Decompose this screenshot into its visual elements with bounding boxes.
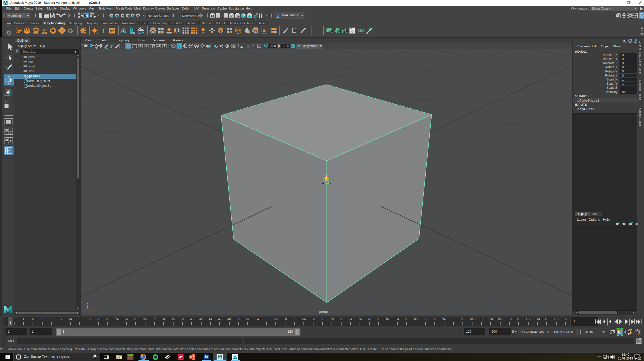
- svg-text:90: 90: [424, 317, 427, 321]
- svg-text:112: 112: [526, 317, 530, 321]
- svg-text:y: y: [87, 301, 88, 304]
- svg-text:64: 64: [302, 317, 306, 321]
- svg-text:34: 34: [162, 317, 166, 321]
- svg-text:24: 24: [115, 317, 119, 321]
- svg-text:0,0,0: 0,0,0: [137, 31, 144, 34]
- svg-text:x: x: [91, 309, 93, 312]
- svg-text:12: 12: [59, 317, 63, 321]
- svg-text:6: 6: [32, 317, 34, 321]
- svg-text:36: 36: [171, 317, 175, 321]
- svg-text:0.00: 0.00: [270, 44, 276, 48]
- svg-text:sRGB gamma: sRGB gamma: [298, 44, 317, 48]
- svg-text:50: 50: [237, 317, 240, 321]
- svg-text:58: 58: [274, 317, 278, 321]
- svg-text:100: 100: [469, 317, 474, 321]
- svg-text:92: 92: [433, 317, 436, 321]
- svg-text:32: 32: [152, 317, 156, 321]
- svg-text:62: 62: [293, 317, 296, 321]
- svg-text:42: 42: [199, 317, 203, 321]
- svg-text:102: 102: [479, 317, 484, 321]
- svg-text:66: 66: [311, 317, 315, 321]
- svg-text:108: 108: [507, 317, 512, 321]
- svg-text:30: 30: [143, 317, 147, 321]
- svg-text:T: T: [102, 27, 106, 35]
- svg-text:60: 60: [283, 317, 287, 321]
- svg-text:84: 84: [396, 317, 399, 321]
- svg-text:26: 26: [124, 317, 128, 321]
- svg-text:86: 86: [405, 317, 408, 321]
- svg-text:z: z: [82, 309, 84, 312]
- svg-text:16: 16: [78, 317, 81, 321]
- svg-text:P: P: [190, 355, 192, 359]
- svg-text:14: 14: [69, 317, 72, 321]
- svg-text:46: 46: [218, 317, 222, 321]
- svg-text:{;}: {;}: [637, 340, 639, 343]
- svg-text:44: 44: [209, 317, 212, 321]
- svg-text:4: 4: [23, 317, 25, 321]
- svg-text:72: 72: [340, 317, 343, 321]
- svg-text:98: 98: [461, 317, 464, 321]
- svg-text:svg: svg: [110, 29, 114, 32]
- svg-text:IPR: IPR: [230, 15, 233, 18]
- svg-text:80: 80: [377, 317, 380, 321]
- svg-text:persp: persp: [319, 310, 328, 314]
- svg-text:78: 78: [368, 317, 371, 321]
- svg-text:1: 1: [639, 357, 640, 360]
- svg-text:22: 22: [106, 317, 109, 321]
- svg-text:40: 40: [190, 317, 194, 321]
- svg-text:106: 106: [498, 317, 503, 321]
- svg-text:T: T: [164, 45, 166, 48]
- svg-text:28: 28: [134, 317, 137, 321]
- svg-text:8: 8: [42, 317, 43, 321]
- svg-text:1.00: 1.00: [283, 44, 289, 48]
- svg-text:20: 20: [97, 317, 100, 321]
- svg-text:68: 68: [321, 317, 324, 321]
- svg-text:2: 2: [14, 317, 15, 321]
- svg-text:56: 56: [265, 317, 268, 321]
- svg-text:114: 114: [535, 317, 540, 321]
- svg-text:38: 38: [181, 317, 184, 321]
- svg-text:18: 18: [87, 317, 91, 321]
- svg-text:54: 54: [255, 317, 259, 321]
- svg-text:88: 88: [414, 317, 418, 321]
- svg-text:70: 70: [330, 317, 334, 321]
- svg-text:116: 116: [544, 317, 549, 321]
- svg-text:10: 10: [50, 317, 53, 321]
- svg-text:120: 120: [563, 317, 568, 321]
- svg-text:76: 76: [358, 317, 362, 321]
- svg-text:74: 74: [349, 317, 352, 321]
- svg-text:48: 48: [227, 317, 231, 321]
- svg-text:94: 94: [442, 317, 446, 321]
- svg-text:104: 104: [488, 317, 493, 321]
- svg-text:110: 110: [516, 317, 521, 321]
- svg-text:118: 118: [554, 317, 558, 321]
- svg-text:82: 82: [386, 317, 390, 321]
- svg-text:ON: ON: [291, 45, 295, 48]
- svg-text:52: 52: [246, 317, 250, 321]
- svg-text:96: 96: [452, 317, 455, 321]
